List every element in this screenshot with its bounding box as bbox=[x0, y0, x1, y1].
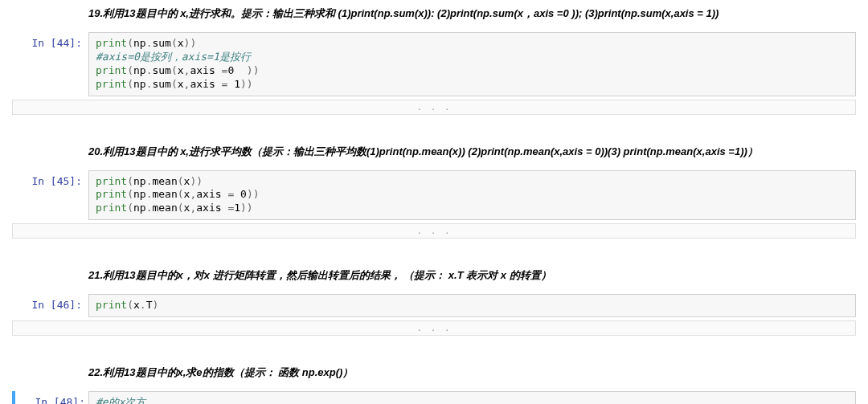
code-editor[interactable]: print(x.T) bbox=[88, 294, 856, 317]
token-op: )) bbox=[190, 175, 203, 187]
token-comment: #axis=0是按列，axis=1是按行 bbox=[96, 51, 251, 63]
code-line: #e的x次方 bbox=[96, 396, 849, 404]
token-op: ( bbox=[127, 78, 133, 90]
token-op: = bbox=[227, 188, 240, 200]
token-fn: print bbox=[96, 202, 127, 214]
markdown-heading[interactable]: 21.利用13题目中的x，对x 进行矩阵转置，然后输出转置后的结果， （提示： … bbox=[0, 262, 868, 291]
code-line: print(np.mean(x,axis =1)) bbox=[96, 202, 849, 215]
token-var: axis bbox=[196, 188, 227, 200]
token-fn: print bbox=[96, 299, 127, 311]
token-op: ( bbox=[178, 202, 184, 214]
input-prompt: In [44]: bbox=[12, 32, 88, 96]
token-var: x bbox=[178, 64, 184, 76]
token-var: x bbox=[178, 37, 184, 49]
code-line: print(np.mean(x)) bbox=[96, 175, 849, 189]
code-cell[interactable]: In [46]:print(x.T) bbox=[12, 294, 856, 317]
code-line: #axis=0是按列，axis=1是按行 bbox=[96, 51, 849, 64]
code-editor[interactable]: #e的x次方np.exp(x) bbox=[88, 391, 856, 404]
token-var: mean bbox=[152, 188, 177, 200]
token-fn: print bbox=[96, 37, 127, 49]
input-prompt: In [48]: bbox=[15, 391, 92, 404]
token-op: ( bbox=[127, 37, 133, 49]
token-num: 0 bbox=[227, 64, 240, 76]
notebook: 19.利用13题目中的 x,进行求和。提示：输出三种求和 (1)print(np… bbox=[0, 0, 868, 404]
token-var: np bbox=[133, 64, 146, 76]
output-collapsed[interactable]: . . . bbox=[12, 320, 856, 336]
markdown-heading[interactable]: 19.利用13题目中的 x,进行求和。提示：输出三种求和 (1)print(np… bbox=[0, 0, 868, 29]
markdown-heading[interactable]: 20.利用13题目中的 x,进行求平均数（提示：输出三种平均数(1)print(… bbox=[0, 138, 868, 167]
code-line: print(x.T) bbox=[96, 299, 849, 312]
token-op: ( bbox=[127, 188, 133, 200]
token-var: sum bbox=[152, 78, 170, 90]
token-var: np bbox=[133, 78, 146, 90]
token-var: x bbox=[133, 299, 140, 311]
token-op: ( bbox=[127, 175, 133, 187]
spacer bbox=[0, 242, 868, 262]
token-op: ( bbox=[178, 188, 184, 200]
token-op: ( bbox=[171, 78, 178, 90]
output-collapsed[interactable]: . . . bbox=[12, 100, 856, 115]
spacer bbox=[0, 339, 868, 359]
code-editor[interactable]: print(np.mean(x))print(np.mean(x,axis = … bbox=[88, 170, 856, 221]
token-var: mean bbox=[152, 175, 177, 187]
token-num: 1 bbox=[234, 202, 240, 214]
token-op: ( bbox=[127, 202, 133, 214]
token-op: ( bbox=[171, 64, 178, 76]
token-comment: #e的x次方 bbox=[96, 396, 145, 404]
token-var: axis bbox=[190, 64, 221, 76]
input-prompt: In [45]: bbox=[12, 170, 88, 221]
token-op: ( bbox=[171, 37, 178, 49]
token-fn: print bbox=[96, 188, 127, 200]
code-cell[interactable]: In [48]:#e的x次方np.exp(x) bbox=[12, 391, 856, 404]
token-op: )) bbox=[184, 37, 197, 49]
token-op: )) bbox=[247, 188, 260, 200]
token-fn: print bbox=[96, 64, 127, 76]
token-op: ( bbox=[127, 299, 133, 311]
token-fn: print bbox=[96, 78, 127, 90]
token-op: ) bbox=[152, 299, 158, 311]
token-var: axis bbox=[190, 78, 221, 90]
token-var: x bbox=[178, 78, 184, 90]
token-op: ( bbox=[127, 64, 133, 76]
token-var: sum bbox=[152, 64, 170, 76]
token-var: np bbox=[133, 188, 146, 200]
token-var: np bbox=[133, 37, 146, 49]
output-collapsed[interactable]: . . . bbox=[12, 223, 856, 239]
token-op: )) bbox=[240, 78, 253, 90]
token-op: )) bbox=[240, 202, 253, 214]
markdown-heading[interactable]: 22.利用13题目中的x,求e的指数（提示： 函数 np.exp()） bbox=[0, 359, 868, 388]
token-var: axis bbox=[196, 202, 227, 214]
token-op: ( bbox=[178, 175, 184, 187]
code-editor[interactable]: print(np.sum(x))#axis=0是按列，axis=1是按行prin… bbox=[88, 32, 856, 96]
code-cell[interactable]: In [45]:print(np.mean(x))print(np.mean(x… bbox=[12, 170, 856, 221]
token-var: mean bbox=[152, 202, 177, 214]
token-var: sum bbox=[152, 37, 170, 49]
token-var: np bbox=[133, 175, 146, 187]
token-num: 1 bbox=[234, 78, 240, 90]
input-prompt: In [46]: bbox=[12, 294, 88, 317]
spacer bbox=[0, 118, 868, 138]
code-line: print(np.mean(x,axis = 0)) bbox=[96, 188, 849, 202]
token-var: np bbox=[133, 202, 146, 214]
code-line: print(np.sum(x,axis = 1)) bbox=[96, 78, 849, 92]
token-fn: print bbox=[96, 175, 127, 187]
token-op: = bbox=[222, 78, 235, 90]
token-op: )) bbox=[240, 64, 259, 76]
token-dot: . bbox=[140, 299, 146, 311]
code-cell[interactable]: In [44]:print(np.sum(x))#axis=0是按列，axis=… bbox=[12, 32, 856, 96]
code-line: print(np.sum(x,axis =0 )) bbox=[96, 64, 849, 78]
code-line: print(np.sum(x)) bbox=[96, 37, 849, 51]
token-num: 0 bbox=[240, 188, 247, 200]
